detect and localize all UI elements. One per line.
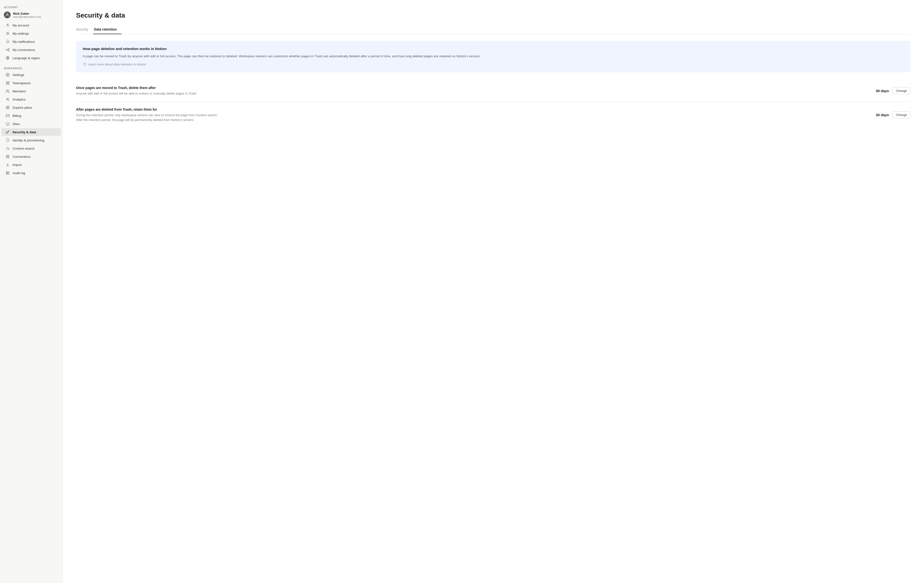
settings-container: Once pages are moved to Trash, delete th… (76, 80, 911, 128)
sidebar-item-my-connections-label: My connections (13, 48, 35, 52)
svg-rect-33 (8, 155, 9, 156)
sidebar-item-my-notifications[interactable]: My notifications (2, 38, 61, 46)
sidebar-item-billing[interactable]: Billing (2, 112, 61, 120)
svg-rect-27 (6, 123, 9, 125)
svg-point-18 (7, 90, 8, 91)
svg-point-0 (6, 13, 8, 15)
info-box-link[interactable]: Learn more about data retention in Notio… (83, 62, 904, 67)
svg-rect-17 (8, 83, 9, 84)
gear-icon (5, 72, 10, 77)
svg-point-6 (8, 33, 9, 34)
account-section-label: Account (0, 4, 62, 10)
tab-security[interactable]: Security (76, 25, 93, 34)
main-content: Security & data Security Data retention … (63, 0, 924, 583)
sidebar-item-security-data[interactable]: Security & data (2, 128, 61, 136)
svg-point-40 (83, 63, 86, 65)
sidebar-item-teamspaces[interactable]: Teamspaces (2, 79, 61, 87)
sidebar-item-settings[interactable]: Settings (2, 71, 61, 79)
svg-rect-9 (8, 48, 9, 49)
sidebar-item-billing-label: Billing (13, 114, 21, 118)
sidebar-item-settings-label: Settings (13, 73, 24, 77)
setting-deleted-retain-title: After pages are deleted from Trash, reta… (76, 107, 220, 111)
workspace-section-label: Workspace (0, 65, 62, 71)
setting-deleted-retain-value: 30 days (876, 113, 889, 117)
svg-rect-36 (6, 171, 9, 175)
svg-rect-14 (6, 82, 7, 83)
billing-icon (5, 113, 10, 118)
svg-point-1 (7, 24, 8, 25)
sidebar-item-identity-provisioning-label: Identity & provisioning (13, 138, 44, 142)
sites-icon (5, 122, 10, 126)
sidebar-item-explore-plans[interactable]: Explore plans (2, 104, 61, 111)
sidebar-item-security-data-label: Security & data (13, 130, 36, 134)
audit-log-icon (5, 171, 10, 175)
setting-trash-delete-text: Once pages are moved to Trash, delete th… (76, 86, 220, 96)
sidebar-item-content-search-label: Content search (13, 147, 35, 150)
svg-rect-8 (6, 49, 7, 50)
sidebar-item-import[interactable]: Import (2, 161, 61, 169)
avatar (4, 12, 11, 18)
sidebar-item-members-label: Members (13, 89, 26, 93)
svg-point-13 (7, 74, 8, 75)
explore-plans-icon (5, 105, 10, 110)
setting-deleted-retain-control: 30 days Change (876, 111, 911, 119)
svg-rect-15 (8, 82, 9, 83)
connections-icon (5, 154, 10, 159)
tab-data-retention[interactable]: Data retention (93, 25, 122, 34)
change-trash-delete-button[interactable]: Change (892, 87, 911, 94)
key-icon (5, 130, 10, 135)
setting-trash-delete-control: 30 days Change (876, 87, 911, 94)
analytics-icon (5, 97, 10, 102)
sidebar-item-analytics-label: Analytics (13, 98, 25, 101)
sidebar-item-language-region-label: Language & region (13, 56, 40, 60)
info-box-title: How page deletion and retention works in… (83, 47, 904, 51)
sidebar-item-my-account[interactable]: My account (2, 21, 61, 29)
svg-point-7 (7, 34, 8, 35)
setting-trash-delete-title: Once pages are moved to Trash, delete th… (76, 86, 220, 90)
page-title: Security & data (76, 12, 911, 19)
globe-icon (5, 56, 10, 60)
sidebar-item-my-account-label: My account (13, 23, 29, 27)
svg-rect-16 (6, 83, 7, 84)
sidebar-item-audit-log-label: Audit log (13, 171, 25, 175)
info-box: How page deletion and retention works in… (76, 41, 911, 72)
sidebar-item-content-search[interactable]: Content search (2, 145, 61, 152)
shield-icon (5, 138, 10, 143)
sidebar-item-my-settings-label: My settings (13, 32, 29, 35)
svg-rect-32 (6, 155, 7, 156)
sidebar-item-my-settings[interactable]: My settings (2, 30, 61, 37)
svg-marker-22 (6, 106, 9, 109)
import-icon (5, 162, 10, 167)
setting-row-deleted-retain: After pages are deleted from Trash, reta… (76, 102, 911, 128)
info-box-link-text: Learn more about data retention in Notio… (88, 63, 146, 66)
svg-point-31 (7, 147, 9, 149)
svg-rect-35 (8, 157, 9, 158)
sidebar-item-sites[interactable]: Sites (2, 120, 61, 128)
change-deleted-retain-button[interactable]: Change (892, 111, 911, 119)
user-email: nickz@makenotion.com (13, 15, 41, 18)
sidebar-item-my-connections[interactable]: My connections (2, 46, 61, 54)
members-icon (5, 89, 10, 94)
sidebar-item-members[interactable]: Members (2, 87, 61, 95)
search-icon (5, 146, 10, 151)
bell-icon (5, 39, 10, 44)
tabs: Security Data retention (76, 25, 911, 34)
sliders-icon (5, 31, 10, 36)
info-box-description: A page can be moved to Trash by anyone w… (83, 54, 904, 59)
sidebar-item-identity-provisioning[interactable]: Identity & provisioning (2, 137, 61, 144)
sidebar-item-import-label: Import (13, 163, 21, 167)
setting-trash-delete-desc: Anyone with edit or full access will be … (76, 91, 220, 96)
sidebar-item-connections[interactable]: Connections (2, 153, 61, 160)
sidebar-item-audit-log[interactable]: Audit log (2, 169, 61, 177)
sidebar-item-analytics[interactable]: Analytics (2, 96, 61, 103)
setting-trash-delete-value: 30 days (876, 89, 889, 93)
share-icon (5, 48, 10, 52)
svg-rect-34 (6, 157, 7, 158)
user-profile[interactable]: Nick Zuber nickz@makenotion.com (0, 10, 62, 21)
sidebar-item-language-region[interactable]: Language & region (2, 54, 61, 62)
user-info: Nick Zuber nickz@makenotion.com (13, 12, 41, 18)
user-name: Nick Zuber (13, 12, 41, 15)
teamspaces-icon (5, 81, 10, 86)
sidebar-item-teamspaces-label: Teamspaces (13, 81, 31, 85)
svg-point-5 (7, 32, 7, 33)
